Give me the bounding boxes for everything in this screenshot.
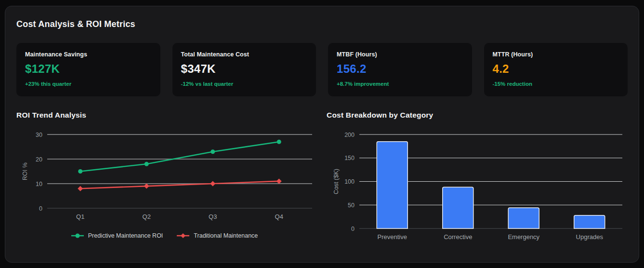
x-tick-label: Q3 bbox=[209, 213, 217, 220]
data-point bbox=[144, 184, 149, 189]
y-tick-label: 30 bbox=[36, 132, 42, 138]
y-tick-label: 0 bbox=[351, 226, 355, 232]
chart-title-cost-breakdown: Cost Breakdown by Category bbox=[327, 111, 627, 120]
data-point bbox=[78, 186, 83, 191]
data-point bbox=[277, 140, 281, 144]
y-tick-label: 100 bbox=[344, 178, 355, 185]
metric-subtext: +23% this quarter bbox=[25, 81, 152, 87]
data-point bbox=[181, 233, 185, 238]
roi-trend-line-chart: 3020100ROI %Q1Q2Q3Q4 bbox=[16, 125, 312, 225]
x-tick-label: Corrective bbox=[444, 233, 472, 241]
metric-label: MTTR (Hours) bbox=[493, 51, 619, 58]
metric-card-mtbf: MTBF (Hours) 156.2 +8.7% improvement bbox=[328, 43, 472, 96]
x-tick-label: Q2 bbox=[143, 213, 151, 220]
page-title: Cost Analysis & ROI Metrics bbox=[16, 19, 628, 29]
circle-series-icon bbox=[71, 233, 84, 239]
metric-subtext: +8.7% improvement bbox=[337, 81, 463, 87]
series-line bbox=[80, 142, 279, 171]
data-point bbox=[210, 149, 215, 154]
metric-subtext: -12% vs last quarter bbox=[181, 81, 308, 87]
x-tick-label: Emergency bbox=[508, 233, 539, 241]
metric-value: 4.2 bbox=[493, 62, 619, 76]
metric-card-maintenance-savings: Maintenance Savings $127K +23% this quar… bbox=[16, 43, 160, 96]
legend-label: Predictive Maintenance ROI bbox=[88, 232, 163, 239]
roi-trend-section: ROI Trend Analysis 3020100ROI %Q1Q2Q3Q4 … bbox=[16, 111, 312, 244]
legend-item[interactable]: Predictive Maintenance ROI bbox=[71, 232, 163, 239]
metric-value: 156.2 bbox=[337, 62, 463, 76]
bar-preventive bbox=[377, 142, 407, 228]
y-axis-label: ROI % bbox=[22, 162, 28, 180]
charts-row: ROI Trend Analysis 3020100ROI %Q1Q2Q3Q4 … bbox=[16, 111, 628, 244]
metric-cards-row: Maintenance Savings $127K +23% this quar… bbox=[16, 43, 628, 96]
y-tick-label: 150 bbox=[344, 155, 355, 161]
metric-subtext: -15% reduction bbox=[493, 81, 619, 87]
y-tick-label: 200 bbox=[344, 132, 355, 138]
metric-value: $347K bbox=[181, 62, 308, 76]
chart-legend: Predictive Maintenance ROITraditional Ma… bbox=[16, 232, 312, 239]
y-tick-label: 20 bbox=[36, 156, 42, 163]
y-tick-label: 10 bbox=[36, 181, 42, 188]
x-tick-label: Q1 bbox=[76, 213, 84, 220]
series-line bbox=[80, 181, 279, 188]
data-point bbox=[210, 181, 215, 187]
metric-card-total-maintenance-cost: Total Maintenance Cost $347K -12% vs las… bbox=[172, 43, 316, 96]
dashboard-panel: Cost Analysis & ROI Metrics Maintenance … bbox=[5, 6, 639, 263]
bar-corrective bbox=[443, 187, 473, 228]
bar-emergency bbox=[508, 208, 539, 228]
data-point bbox=[145, 162, 149, 166]
legend-item[interactable]: Traditional Maintenance bbox=[176, 232, 258, 239]
y-axis-label: Cost ($K) bbox=[333, 169, 340, 194]
cost-breakdown-section: Cost Breakdown by Category 200150100500C… bbox=[327, 111, 627, 244]
y-tick-label: 0 bbox=[39, 205, 42, 212]
metric-label: Maintenance Savings bbox=[25, 51, 152, 58]
metric-label: MTBF (Hours) bbox=[337, 51, 463, 58]
x-tick-label: Upgrades bbox=[576, 233, 604, 241]
metric-value: $127K bbox=[25, 62, 152, 76]
chart-title-roi-trend: ROI Trend Analysis bbox=[16, 111, 312, 120]
x-tick-label: Preventive bbox=[378, 233, 407, 241]
cost-breakdown-bar-chart: 200150100500Cost ($K)PreventiveCorrectiv… bbox=[327, 125, 627, 244]
bar-upgrades bbox=[574, 215, 605, 228]
diamond-series-icon bbox=[176, 233, 190, 239]
data-point bbox=[276, 178, 282, 184]
data-point bbox=[75, 234, 79, 238]
metric-card-mttr: MTTR (Hours) 4.2 -15% reduction bbox=[484, 43, 628, 96]
legend-label: Traditional Maintenance bbox=[194, 232, 258, 239]
data-point bbox=[78, 169, 82, 174]
metric-label: Total Maintenance Cost bbox=[181, 51, 308, 58]
x-tick-label: Q4 bbox=[275, 213, 283, 220]
y-tick-label: 50 bbox=[348, 202, 355, 209]
